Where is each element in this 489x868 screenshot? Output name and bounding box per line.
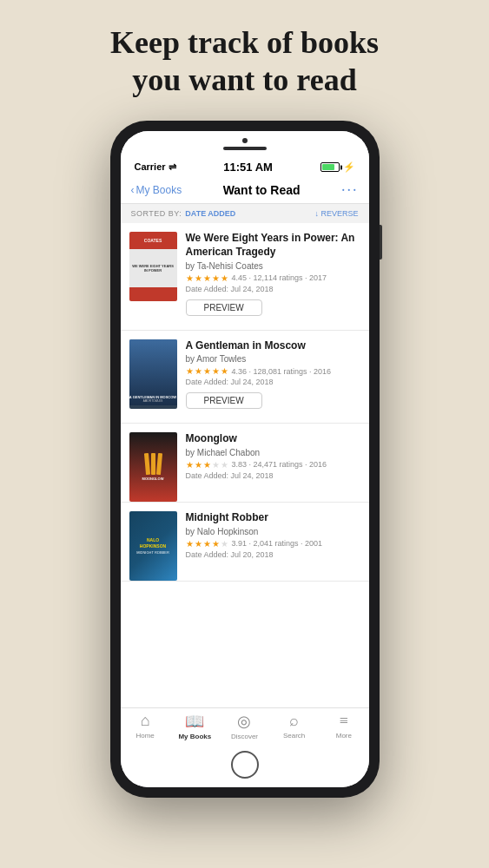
more-icon: ≡ [340, 712, 348, 730]
discover-icon: ◎ [237, 712, 251, 731]
battery-fill [322, 164, 334, 170]
list-item[interactable]: COATES WE WERE EIGHT YEARS IN POWER We W… [121, 223, 369, 330]
tab-discover[interactable]: ◎ Discover [227, 712, 261, 740]
star-row: ★ ★ ★ ★ ★ 4.36 · 128,081 ratings · 2016 [186, 366, 360, 376]
rating-info: 4.36 · 128,081 ratings · 2016 [232, 367, 332, 376]
back-chevron-icon: ‹ [131, 184, 135, 196]
preview-button[interactable]: PREVIEW [186, 299, 262, 316]
preview-button[interactable]: PREVIEW [186, 392, 262, 409]
book-cover-3: MOONGLOW [129, 432, 177, 502]
list-item[interactable]: A GENTLEMAN IN MOSCOW AMOR TOWLES A Gent… [121, 331, 369, 424]
star-5: ★ [221, 539, 228, 549]
navigation-bar: ‹ My Books Want to Read ··· [121, 177, 369, 204]
star-1: ★ [186, 539, 194, 549]
date-added: Date Added: Jul 20, 2018 [186, 550, 360, 559]
tab-my-books[interactable]: 📖 My Books [177, 712, 212, 740]
home-icon: ⌂ [141, 712, 150, 730]
tab-home-label: Home [135, 732, 154, 740]
book-cover-1: COATES WE WERE EIGHT YEARS IN POWER [129, 232, 177, 301]
date-added: Date Added: Jul 24, 2018 [186, 285, 360, 293]
book-info-1: We Were Eight Years in Power: An America… [186, 232, 360, 329]
book-info-4: Midnight Robber by Nalo Hopkinson ★ ★ ★ … [186, 511, 360, 581]
search-icon: ⌕ [289, 712, 299, 730]
star-5: ★ [221, 460, 228, 470]
home-button[interactable] [231, 751, 259, 779]
tab-discover-label: Discover [231, 733, 258, 740]
book-title: We Were Eight Years in Power: An America… [186, 232, 360, 259]
star-5: ★ [221, 366, 228, 376]
book-author: by Ta-Nehisi Coates [186, 261, 360, 271]
star-4: ★ [212, 273, 220, 283]
star-2: ★ [195, 460, 202, 470]
star-2: ★ [195, 539, 202, 549]
list-item[interactable]: MOONGLOW Moonglow by Michael Chabon ★ ★ … [121, 424, 369, 503]
sort-value[interactable]: DATE ADDED [185, 209, 235, 218]
home-indicator[interactable] [121, 746, 369, 787]
book-author: by Nalo Hopkinson [186, 527, 360, 536]
star-1: ★ [186, 366, 194, 376]
book-cover-2: A GENTLEMAN IN MOSCOW AMOR TOWLES [129, 339, 177, 409]
tab-bar: ⌂ Home 📖 My Books ◎ Discover ⌕ Search ≡ … [121, 707, 369, 746]
nav-title: Want to Read [182, 183, 341, 197]
rating-info: 3.91 · 2,041 ratings · 2001 [232, 539, 323, 548]
charge-icon: ⚡ [343, 161, 355, 173]
star-rating: ★ ★ ★ ★ ★ [186, 460, 228, 470]
list-item[interactable]: NALOHOPKINSON MIDNIGHT ROBBER Midnight R… [121, 503, 369, 582]
star-3: ★ [203, 273, 211, 283]
status-icons: ⚡ [320, 161, 355, 173]
star-rating: ★ ★ ★ ★ ★ [186, 273, 228, 283]
rating-info: 3.83 · 24,471 ratings · 2016 [232, 460, 327, 469]
star-rating: ★ ★ ★ ★ ★ [186, 366, 228, 376]
time-display: 11:51 AM [223, 161, 273, 174]
back-label: My Books [136, 184, 182, 196]
star-4: ★ [212, 539, 220, 549]
phone-device: Carrier ⇌ 11:51 AM ⚡ ‹ My Books Want to … [110, 121, 380, 798]
tab-my-books-label: My Books [178, 733, 211, 740]
carrier-text: Carrier ⇌ [135, 161, 176, 173]
book-cover-4: NALOHOPKINSON MIDNIGHT ROBBER [129, 511, 177, 581]
star-3: ★ [203, 539, 211, 549]
tab-more[interactable]: ≡ More [327, 712, 361, 740]
date-added: Date Added: Jul 24, 2018 [186, 378, 360, 386]
tab-search-label: Search [283, 732, 305, 740]
sort-label: SORTED BY: [131, 209, 182, 218]
book-info-2: A Gentleman in Moscow by Amor Towles ★ ★… [186, 339, 360, 424]
star-4: ★ [212, 460, 220, 470]
star-3: ★ [203, 366, 211, 376]
reverse-sort-button[interactable]: ↓ REVERSE [314, 209, 358, 218]
wifi-icon: ⇌ [169, 161, 176, 172]
book-title: A Gentleman in Moscow [186, 339, 360, 353]
status-bar: Carrier ⇌ 11:51 AM ⚡ [121, 155, 369, 177]
book-author: by Amor Towles [186, 354, 360, 364]
tab-search[interactable]: ⌕ Search [277, 712, 312, 740]
star-2: ★ [195, 366, 202, 376]
book-list: COATES WE WERE EIGHT YEARS IN POWER We W… [121, 223, 369, 707]
camera [242, 138, 248, 143]
rating-info: 4.45 · 12,114 ratings · 2017 [232, 273, 327, 282]
star-4: ★ [212, 366, 220, 376]
star-1: ★ [186, 273, 194, 283]
star-5: ★ [221, 273, 228, 283]
power-button [380, 225, 382, 260]
star-row: ★ ★ ★ ★ ★ 3.91 · 2,041 ratings · 2001 [186, 539, 360, 549]
my-books-icon: 📖 [185, 712, 204, 731]
book-info-3: Moonglow by Michael Chabon ★ ★ ★ ★ ★ 3.8… [186, 432, 360, 502]
tab-home[interactable]: ⌂ Home [128, 712, 162, 740]
book-title: Midnight Robber [186, 511, 360, 525]
star-2: ★ [195, 273, 202, 283]
phone-top-bar [121, 131, 369, 155]
battery-icon [320, 162, 340, 172]
star-1: ★ [186, 460, 194, 470]
page-headline: Keep track of booksyou want to read [76, 0, 413, 116]
book-title: Moonglow [186, 432, 360, 446]
tab-more-label: More [336, 732, 352, 740]
star-row: ★ ★ ★ ★ ★ 4.45 · 12,114 ratings · 2017 [186, 273, 360, 283]
star-rating: ★ ★ ★ ★ ★ [186, 539, 228, 549]
star-row: ★ ★ ★ ★ ★ 3.83 · 24,471 ratings · 2016 [186, 460, 360, 470]
speaker [223, 147, 267, 150]
more-options-button[interactable]: ··· [341, 182, 359, 198]
date-added: Date Added: Jul 24, 2018 [186, 471, 360, 480]
phone-screen: Carrier ⇌ 11:51 AM ⚡ ‹ My Books Want to … [121, 131, 369, 787]
back-button[interactable]: ‹ My Books [131, 184, 182, 196]
star-3: ★ [203, 460, 211, 470]
